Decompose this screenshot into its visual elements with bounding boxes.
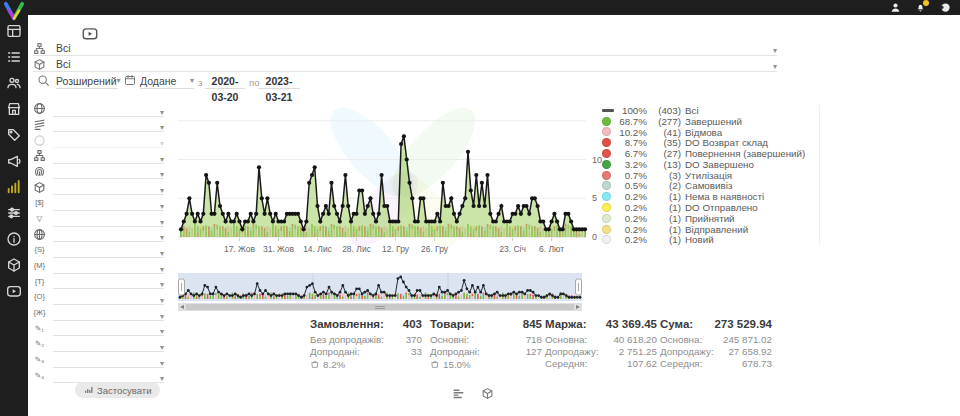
legend-percent: 0.2%	[611, 234, 647, 245]
stat-title: Товари:845	[430, 318, 542, 334]
date-from-label: з	[198, 77, 202, 88]
filter-row-pencil-3: ✎₃	[33, 352, 164, 368]
brand-logo[interactable]	[3, 1, 25, 20]
legend-label: Відправлений	[681, 224, 748, 235]
filter-input-utm-m[interactable]	[53, 261, 164, 274]
legend-item-8[interactable]: 0.2%(1)Нема в наявності	[602, 191, 805, 202]
legend-marker	[602, 138, 611, 147]
filter-input-hierarchy[interactable]	[53, 151, 164, 164]
legend-item-10[interactable]: 0.2%(1)Прийнятий	[602, 213, 805, 224]
date-from-input[interactable]: 2020-03-20	[205, 73, 245, 89]
scrollbar-thumb[interactable]	[186, 304, 574, 310]
nav-orders-icon[interactable]	[6, 49, 22, 65]
chart-overview-brush[interactable]	[178, 273, 582, 301]
stat-subrow: Основна:245 871.02	[660, 334, 772, 346]
legend-item-7[interactable]: 0.5%(2)Самовивіз	[602, 181, 805, 192]
legend-item-1[interactable]: 68.7%(277)Завершений	[602, 116, 805, 127]
legend-item-9[interactable]: 0.2%(1)DO Отправлено	[602, 202, 805, 213]
legend-marker	[602, 214, 611, 223]
search-mode-select[interactable]: Розширений	[56, 73, 118, 89]
orders-chart[interactable]: 051017. Жов31. Жов14. Лис28. Лис12. Гру2…	[178, 100, 610, 258]
legend-marker	[602, 160, 611, 169]
filter-input-utm-zh[interactable]	[53, 308, 164, 321]
circle-icon	[33, 134, 46, 147]
stat-column-1: Замовлення:403Без допродажів:370Допродан…	[310, 318, 422, 370]
date-field-value: Додане	[140, 75, 176, 87]
legend-item-11[interactable]: 0.2%(1)Відправлений	[602, 224, 805, 235]
svg-text:23. Січ: 23. Січ	[499, 244, 526, 254]
globe-icon	[33, 102, 46, 115]
date-to-input[interactable]: 2023-03-21	[258, 73, 300, 89]
bag-icon	[430, 359, 440, 369]
nav-integrations-icon[interactable]	[6, 257, 22, 273]
legend-marker	[602, 235, 611, 244]
pencil-2-icon: ✎₂	[33, 338, 46, 351]
legend-item-0[interactable]: 100%(403)Всі	[602, 105, 805, 116]
filter-input-utm-t[interactable]	[53, 276, 164, 289]
nav-info-icon[interactable]	[6, 231, 22, 247]
filter-input-globe-grid[interactable]	[53, 229, 164, 242]
legend-percent: 3.2%	[611, 159, 647, 170]
chevron-down-icon	[773, 55, 777, 73]
svg-text:28. Лис: 28. Лис	[342, 244, 372, 254]
utm-s-icon: {S}	[33, 244, 46, 257]
top-filter-select-2[interactable]: Всі	[33, 56, 777, 72]
filter-input-funnel[interactable]	[53, 214, 164, 227]
bell-icon[interactable]	[915, 2, 926, 13]
legend-item-12[interactable]: 0.2%(1)Новий	[602, 235, 805, 246]
legend-label: DO Завершено	[681, 159, 754, 170]
filter-input-utm-s[interactable]	[53, 245, 164, 258]
legend-item-6[interactable]: 0.7%(3)Утилізація	[602, 170, 805, 181]
filter-input-globe[interactable]	[53, 104, 164, 117]
listview-icon[interactable]	[452, 386, 465, 399]
nav-clients-icon[interactable]	[6, 75, 22, 91]
legend-percent: 10.2%	[611, 127, 647, 138]
legend-item-2[interactable]: 10.2%(41)Відмова	[602, 127, 805, 138]
scroll-right-arrow[interactable]	[576, 305, 580, 309]
app-root: ВсіВсі Розширений Додане з 2020-03-20 по…	[0, 0, 960, 416]
filter-input-package[interactable]	[53, 182, 164, 195]
filter-input-pencil-1[interactable]	[53, 323, 164, 336]
stat-value: 845	[523, 318, 542, 330]
legend-marker	[602, 127, 611, 136]
top-filter-select-1[interactable]: Всі	[33, 40, 777, 56]
nav-video-icon[interactable]	[6, 283, 22, 299]
filter-input-layers[interactable]	[53, 119, 164, 132]
legend-item-3[interactable]: 8.7%(35)DO Возврат склад	[602, 137, 805, 148]
svg-text:10: 10	[592, 155, 602, 165]
date-field-select[interactable]: Додане	[140, 73, 194, 89]
legend-item-5[interactable]: 3.2%(13)DO Завершено	[602, 159, 805, 170]
filter-input-utm-o[interactable]	[53, 292, 164, 305]
calendar-icon	[124, 74, 136, 86]
stat-subrow: Допродажу:27 658.92	[660, 346, 772, 358]
stat-subrow: Допродажу:2 751.25	[545, 346, 657, 358]
apply-button[interactable]: Застосувати	[75, 382, 160, 398]
nav-marketing-icon[interactable]	[6, 153, 22, 169]
filter-input-circle[interactable]	[53, 135, 164, 148]
filter-input-pencil-2[interactable]	[53, 339, 164, 352]
legend-percent: 6.7%	[611, 148, 647, 159]
scroll-left-arrow[interactable]	[180, 305, 184, 309]
search-mode-value: Розширений	[56, 75, 117, 87]
nav-analytics-icon[interactable]	[6, 179, 22, 195]
packageview-icon[interactable]	[481, 386, 494, 399]
nav-store-icon[interactable]	[6, 101, 22, 117]
legend-marker	[602, 203, 611, 212]
nav-sliders-icon[interactable]	[6, 205, 22, 221]
svg-text:31. Жов: 31. Жов	[263, 244, 295, 254]
nav-dashboard-icon[interactable]	[6, 23, 22, 39]
stat-subrow: Середня:107.62	[545, 358, 657, 370]
filter-input-fingerprint[interactable]	[53, 166, 164, 179]
legend-count: (403)	[647, 105, 681, 116]
avatar-icon[interactable]	[940, 2, 951, 13]
legend-item-4[interactable]: 6.7%(27)Повернення (завершений)	[602, 148, 805, 159]
legend-marker	[602, 225, 611, 234]
filter-input-pencil-3[interactable]	[53, 355, 164, 368]
user-icon[interactable]	[890, 2, 901, 13]
filter-input-money[interactable]	[53, 198, 164, 211]
svg-text:5: 5	[592, 193, 597, 203]
chart-scrollbar[interactable]	[178, 303, 582, 311]
top-filter-value: Всі	[46, 42, 773, 54]
nav-products-icon[interactable]	[6, 127, 22, 143]
filter-row-globe-grid	[33, 227, 164, 243]
